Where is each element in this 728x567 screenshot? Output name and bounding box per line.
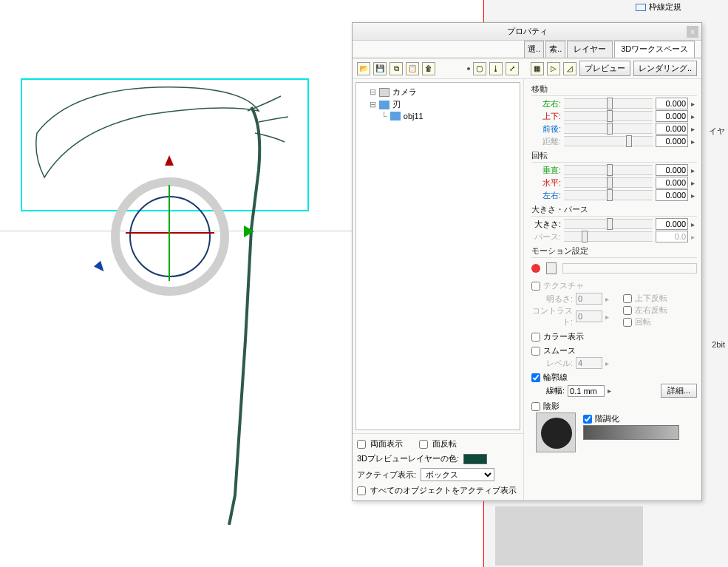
tree-label: 刃 <box>392 99 401 110</box>
all-active-label: すべてのオブジェクトをアクティブ表示 <box>370 485 517 496</box>
preview-button[interactable]: プレビュー <box>579 61 630 76</box>
ruler-tool-item[interactable]: 枠線定規 <box>636 1 681 13</box>
tone-checkbox[interactable] <box>583 415 592 424</box>
move-lr-label: 左右: <box>531 98 561 109</box>
brightness-input <box>576 293 602 305</box>
contrast-label: コントラスト: <box>531 305 573 327</box>
tool-down-icon[interactable]: ⭳ <box>489 62 503 75</box>
trash-icon[interactable] <box>546 262 557 274</box>
move-fb-input[interactable] <box>656 123 688 135</box>
color-display-label: カラー表示 <box>543 331 584 342</box>
spinner-icon[interactable]: ▸ <box>691 137 697 146</box>
spinner-icon[interactable]: ▸ <box>691 112 697 120</box>
tree-node-obj11[interactable]: └obj11 <box>359 111 517 121</box>
preview-color-swatch[interactable] <box>463 454 487 464</box>
move-ud-label: 上下: <box>531 111 561 122</box>
close-button[interactable]: × <box>687 26 698 38</box>
move-ud-input[interactable] <box>656 110 688 122</box>
move-lr-input[interactable] <box>656 98 688 109</box>
dot-icon[interactable] <box>467 67 470 70</box>
tab-material[interactable]: 素.. <box>545 41 565 58</box>
open-icon[interactable]: 📂 <box>357 62 370 75</box>
tab-layer[interactable]: レイヤー <box>567 41 613 58</box>
manipulator-x-axis[interactable] <box>126 232 214 234</box>
tab-selection[interactable]: 選.. <box>524 41 544 58</box>
move-dist-input[interactable] <box>656 135 688 147</box>
spinner-icon[interactable]: ▸ <box>608 387 613 395</box>
move-ud-slider[interactable] <box>564 111 653 121</box>
color-display-checkbox[interactable] <box>531 333 540 342</box>
outline-checkbox[interactable] <box>531 373 540 382</box>
scale-pers-input <box>656 231 688 242</box>
rot-lr-slider[interactable] <box>564 190 653 200</box>
both-faces-label: 両面表示 <box>370 438 403 449</box>
scale-size-slider[interactable] <box>564 219 653 229</box>
group-header-motion: モーション設定 <box>531 245 697 258</box>
smooth-label: スムース <box>543 345 576 356</box>
tool-expand-icon[interactable]: ⤢ <box>506 62 519 75</box>
grid-icon[interactable]: ▦ <box>531 62 544 75</box>
play-icon[interactable]: ▷ <box>547 62 560 75</box>
outline-label: 輪郭線 <box>543 372 568 383</box>
properties-panel: プロパティ × 選.. 素.. レイヤー 3Dワークスペース 📂 💾 ⧉ 📋 🗑… <box>352 22 702 501</box>
both-faces-checkbox[interactable] <box>357 440 366 449</box>
motion-slider[interactable] <box>562 263 697 274</box>
move-lr-slider[interactable] <box>564 98 653 109</box>
all-active-checkbox[interactable] <box>357 486 366 495</box>
rendering-button[interactable]: レンダリング.. <box>633 61 697 76</box>
smooth-level-label: レベル: <box>531 358 573 369</box>
spinner-icon[interactable]: ▸ <box>691 179 697 187</box>
detail-button[interactable]: 詳細... <box>661 384 697 398</box>
smooth-checkbox[interactable] <box>531 347 540 356</box>
tab-3d-workspace[interactable]: 3Dワークスペース <box>614 41 695 58</box>
rot-horiz-input[interactable] <box>656 177 688 189</box>
move-dist-slider[interactable] <box>564 136 653 146</box>
manipulator-z-handle[interactable] <box>244 225 254 237</box>
camera-icon <box>379 88 389 97</box>
scale-size-input[interactable] <box>656 218 688 230</box>
record-icon[interactable] <box>531 264 540 273</box>
manipulator-up-arrow-icon <box>165 155 174 166</box>
flip-ud-checkbox <box>623 294 632 303</box>
flip-lr-checkbox <box>623 306 632 315</box>
flip-ud-label: 上下反転 <box>635 293 667 304</box>
move-fb-slider[interactable] <box>564 123 653 134</box>
active-display-select[interactable]: ボックス <box>421 468 494 481</box>
spinner-icon: ▸ <box>605 359 611 367</box>
delete-icon[interactable]: 🗑 <box>422 62 435 75</box>
spinner-icon[interactable]: ▸ <box>691 166 697 174</box>
copy-icon[interactable]: ⧉ <box>389 62 403 75</box>
group-header-rotate: 回転 <box>531 150 697 163</box>
ground-icon[interactable]: ◿ <box>563 62 576 75</box>
object-tree[interactable]: ⊟カメラ ⊟刃 └obj11 <box>356 82 520 430</box>
face-flip-checkbox[interactable] <box>419 440 428 449</box>
tool-square-icon[interactable]: ▢ <box>473 62 486 75</box>
spinner-icon[interactable]: ▸ <box>691 191 697 200</box>
rot-horiz-label: 水平: <box>531 177 561 189</box>
tree-node-blade[interactable]: ⊟刃 <box>359 98 517 111</box>
transform-manipulator[interactable] <box>103 148 251 318</box>
shadow-checkbox[interactable] <box>531 402 540 411</box>
rot-horiz-slider[interactable] <box>564 177 653 188</box>
paste-icon[interactable]: 📋 <box>406 62 419 75</box>
spinner-icon[interactable]: ▸ <box>691 100 697 108</box>
line-width-input[interactable] <box>568 385 605 397</box>
texture-label: テクスチャ <box>543 280 584 291</box>
tree-node-camera[interactable]: ⊟カメラ <box>359 86 517 98</box>
panel-title: プロパティ <box>507 26 548 37</box>
tone-bar[interactable] <box>583 425 679 440</box>
manipulator-y-axis[interactable] <box>169 185 170 281</box>
preview-color-label: 3Dプレビューレイヤーの色: <box>357 453 459 464</box>
manipulator-ring-inner[interactable] <box>129 196 211 277</box>
shadow-preview <box>536 412 576 452</box>
spinner-icon[interactable]: ▸ <box>691 220 697 228</box>
rot-vert-input[interactable] <box>656 164 688 176</box>
spinner-icon[interactable]: ▸ <box>691 125 697 133</box>
panel-titlebar[interactable]: プロパティ × <box>353 23 701 41</box>
object-icon <box>379 101 389 109</box>
rot-lr-input[interactable] <box>656 189 688 201</box>
save-icon[interactable]: 💾 <box>373 62 387 75</box>
rot-vert-slider[interactable] <box>564 165 653 175</box>
tree-label: カメラ <box>392 86 417 98</box>
texture-checkbox <box>531 282 540 291</box>
